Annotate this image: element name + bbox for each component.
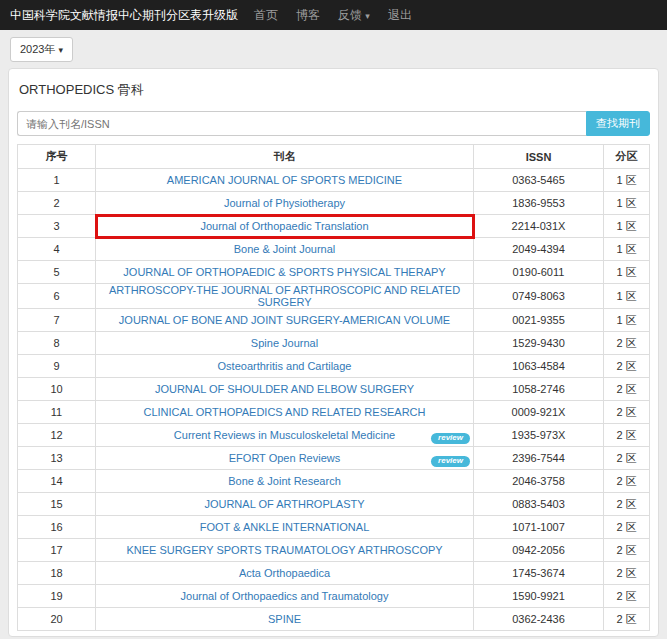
nav-item-home[interactable]: 首页	[254, 7, 278, 24]
review-badge: review	[431, 433, 470, 444]
row-number: 18	[18, 562, 96, 585]
journal-panel: ORTHOPEDICS 骨科 查找期刊 序号 刊名 ISSN 分区 1 AMER…	[8, 68, 659, 637]
nav-item-logout[interactable]: 退出	[388, 7, 412, 24]
journal-partition: 2 区	[604, 355, 650, 378]
table-row: 3 Journal of Orthopaedic Translation 221…	[18, 215, 650, 238]
journal-name-link[interactable]: SPINE	[268, 613, 301, 625]
year-selector-button[interactable]: 2023年 ▾	[10, 37, 73, 62]
journal-issn: 0190-6011	[474, 261, 604, 284]
caret-down-icon: ▾	[59, 45, 64, 55]
journal-name-link[interactable]: Spine Journal	[251, 337, 318, 349]
header-name: 刊名	[96, 145, 474, 169]
journal-name-cell: JOURNAL OF ARTHROPLASTY	[96, 493, 474, 516]
journal-name-cell: Bone & Joint Research	[96, 470, 474, 493]
journal-name-link[interactable]: Journal of Orthopaedic Translation	[200, 220, 368, 232]
journal-name-cell: JOURNAL OF SHOULDER AND ELBOW SURGERY	[96, 378, 474, 401]
journal-issn: 1745-3674	[474, 562, 604, 585]
journal-name-link[interactable]: KNEE SURGERY SPORTS TRAUMATOLOGY ARTHROS…	[126, 544, 442, 556]
journal-name-link[interactable]: ARTHROSCOPY-THE JOURNAL OF ARTHROSCOPIC …	[109, 284, 460, 308]
journal-partition: 1 区	[604, 192, 650, 215]
site-brand[interactable]: 中国科学院文献情报中心期刊分区表升级版	[10, 7, 238, 24]
year-selector-label: 2023年	[20, 43, 55, 55]
journal-name-link[interactable]: Acta Orthopaedica	[239, 567, 330, 579]
table-header-row: 序号 刊名 ISSN 分区	[18, 145, 650, 169]
row-number: 13	[18, 447, 96, 470]
table-row: 16 FOOT & ANKLE INTERNATIONAL 1071-1007 …	[18, 516, 650, 539]
table-row: 4 Bone & Joint Journal 2049-4394 1 区	[18, 238, 650, 261]
journal-name-cell: Journal of Orthopaedics and Traumatology	[96, 585, 474, 608]
table-row: 17 KNEE SURGERY SPORTS TRAUMATOLOGY ARTH…	[18, 539, 650, 562]
search-bar: 查找期刊	[17, 111, 650, 136]
journal-name-cell: Acta Orthopaedica	[96, 562, 474, 585]
nav-item-blog[interactable]: 博客	[296, 7, 320, 24]
journal-name-link[interactable]: Bone & Joint Journal	[234, 243, 336, 255]
row-number: 17	[18, 539, 96, 562]
row-number: 4	[18, 238, 96, 261]
journal-name-link[interactable]: Journal of Orthopaedics and Traumatology	[181, 590, 389, 602]
table-row: 13 EFORT Open Reviews review 2396-7544 2…	[18, 447, 650, 470]
journal-name-cell: AMERICAN JOURNAL OF SPORTS MEDICINE	[96, 169, 474, 192]
journal-partition: 2 区	[604, 424, 650, 447]
row-number: 14	[18, 470, 96, 493]
journal-name-link[interactable]: Bone & Joint Research	[228, 475, 341, 487]
journal-name-link[interactable]: JOURNAL OF ARTHROPLASTY	[204, 498, 364, 510]
search-button[interactable]: 查找期刊	[586, 111, 650, 136]
journal-partition: 1 区	[604, 284, 650, 309]
table-row: 10 JOURNAL OF SHOULDER AND ELBOW SURGERY…	[18, 378, 650, 401]
journal-name-cell: FOOT & ANKLE INTERNATIONAL	[96, 516, 474, 539]
journal-name-cell: Journal of Physiotherapy	[96, 192, 474, 215]
journal-partition: 2 区	[604, 332, 650, 355]
row-number: 20	[18, 608, 96, 631]
table-row: 1 AMERICAN JOURNAL OF SPORTS MEDICINE 03…	[18, 169, 650, 192]
row-number: 5	[18, 261, 96, 284]
journal-partition: 2 区	[604, 401, 650, 424]
table-row: 9 Osteoarthritis and Cartilage 1063-4584…	[18, 355, 650, 378]
journal-name-link[interactable]: JOURNAL OF ORTHOPAEDIC & SPORTS PHYSICAL…	[123, 266, 445, 278]
row-number: 15	[18, 493, 96, 516]
journal-issn: 0749-8063	[474, 284, 604, 309]
table-row: 18 Acta Orthopaedica 1745-3674 2 区	[18, 562, 650, 585]
journal-name-cell: JOURNAL OF BONE AND JOINT SURGERY-AMERIC…	[96, 309, 474, 332]
journal-name-cell: KNEE SURGERY SPORTS TRAUMATOLOGY ARTHROS…	[96, 539, 474, 562]
journal-partition: 1 区	[604, 238, 650, 261]
row-number: 10	[18, 378, 96, 401]
table-row: 14 Bone & Joint Research 2046-3758 2 区	[18, 470, 650, 493]
journal-issn: 0363-5465	[474, 169, 604, 192]
journal-name-link[interactable]: JOURNAL OF BONE AND JOINT SURGERY-AMERIC…	[119, 314, 450, 326]
journal-issn: 1071-1007	[474, 516, 604, 539]
journal-issn: 2396-7544	[474, 447, 604, 470]
journal-issn: 0021-9355	[474, 309, 604, 332]
journal-issn: 1590-9921	[474, 585, 604, 608]
row-number: 12	[18, 424, 96, 447]
header-issn: ISSN	[474, 145, 604, 169]
journal-name-cell: ARTHROSCOPY-THE JOURNAL OF ARTHROSCOPIC …	[96, 284, 474, 309]
journal-name-cell: Bone & Joint Journal	[96, 238, 474, 261]
row-number: 6	[18, 284, 96, 309]
journal-partition: 1 区	[604, 261, 650, 284]
journal-name-link[interactable]: AMERICAN JOURNAL OF SPORTS MEDICINE	[167, 174, 402, 186]
journal-name-cell: JOURNAL OF ORTHOPAEDIC & SPORTS PHYSICAL…	[96, 261, 474, 284]
search-input[interactable]	[17, 111, 586, 136]
journal-table: 序号 刊名 ISSN 分区 1 AMERICAN JOURNAL OF SPOR…	[17, 144, 650, 631]
journal-name-link[interactable]: Journal of Physiotherapy	[224, 197, 345, 209]
journal-name-link[interactable]: JOURNAL OF SHOULDER AND ELBOW SURGERY	[155, 383, 414, 395]
row-number: 11	[18, 401, 96, 424]
journal-issn: 0883-5403	[474, 493, 604, 516]
journal-name-link[interactable]: Current Reviews in Musculoskeletal Medic…	[174, 429, 395, 441]
journal-partition: 1 区	[604, 215, 650, 238]
nav-item-feedback[interactable]: 反馈 ▾	[338, 7, 370, 24]
journal-name-link[interactable]: FOOT & ANKLE INTERNATIONAL	[200, 521, 370, 533]
journal-name-link[interactable]: CLINICAL ORTHOPAEDICS AND RELATED RESEAR…	[144, 406, 426, 418]
journal-issn: 1836-9553	[474, 192, 604, 215]
journal-name-cell: SPINE	[96, 608, 474, 631]
row-number: 16	[18, 516, 96, 539]
top-navbar: 中国科学院文献情报中心期刊分区表升级版 首页 博客 反馈 ▾ 退出	[0, 0, 667, 30]
journal-partition: 2 区	[604, 447, 650, 470]
journal-partition: 2 区	[604, 608, 650, 631]
journal-issn: 2049-4394	[474, 238, 604, 261]
journal-name-link[interactable]: Osteoarthritis and Cartilage	[218, 360, 352, 372]
journal-name-link[interactable]: EFORT Open Reviews	[229, 452, 340, 464]
journal-name-cell: Journal of Orthopaedic Translation	[96, 215, 474, 238]
journal-name-cell: Spine Journal	[96, 332, 474, 355]
row-number: 8	[18, 332, 96, 355]
